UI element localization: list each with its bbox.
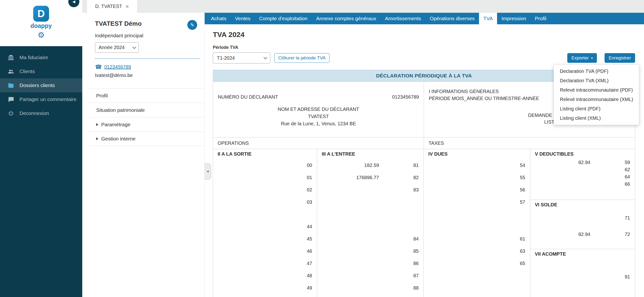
grid-code: 44 xyxy=(281,224,317,230)
nav-tab-profil[interactable]: Profil xyxy=(530,13,551,24)
grid-code: 02 xyxy=(281,187,317,193)
nav-tab-annexe-comptes-generaux[interactable]: Annexe comptes généraux xyxy=(312,13,381,24)
grid-row: 63 xyxy=(424,245,530,257)
export-dropdown-menu: Declaration TVA (PDF) Declaration TVA (X… xyxy=(554,64,639,125)
close-period-button[interactable]: Clôturer la période TVA xyxy=(274,53,330,63)
grid-code: 85 xyxy=(388,248,424,254)
sidebar-item-deconnexion[interactable]: Deconnexion xyxy=(0,106,82,120)
column-entree-title: III A L'ENTREE xyxy=(317,149,424,157)
client-panel: TVATEST Démo ✎ Indépendant principal Ann… xyxy=(82,13,205,297)
sidebar-item-fiduciaire[interactable]: Ma fiduciaire xyxy=(0,50,82,64)
save-button[interactable]: Enregistrer xyxy=(604,53,635,63)
grid-row: 62 xyxy=(530,166,635,173)
grid-code: 00 xyxy=(281,162,317,168)
power-icon xyxy=(8,110,14,117)
grid-value: 182.59 xyxy=(317,162,388,168)
column-dues: IV DUES 54 55 56 57 61 63 xyxy=(424,149,530,297)
grid-code: 81 xyxy=(388,162,424,168)
export-item-declaration-xml[interactable]: Declaration TVA (XML) xyxy=(554,76,639,85)
export-item-releve-pdf[interactable]: Relevé intracommunautaire (PDF) xyxy=(554,85,639,95)
grid-code: 47 xyxy=(281,261,317,266)
operations-header: OPERATIONS xyxy=(213,138,424,149)
edit-client-button[interactable]: ✎ xyxy=(187,20,197,30)
gear-icon[interactable]: ⚙ xyxy=(38,31,45,39)
grid-code: 46 xyxy=(281,248,317,254)
grid-row: 176896.7782 xyxy=(317,172,424,184)
grid-code: 03 xyxy=(281,199,317,205)
page-title: TVA 2024 xyxy=(213,30,644,39)
grid-row xyxy=(317,208,424,220)
menu-item-profil[interactable]: Profil xyxy=(89,88,204,103)
nav-tab-compte-exploitation[interactable]: Compte d'exploitation xyxy=(255,13,312,24)
grid-code: 62 xyxy=(599,167,635,172)
grid-row: 45 xyxy=(213,233,317,245)
grid-code: 86 xyxy=(388,261,424,266)
declarant-number-value: 0123456789 xyxy=(392,94,419,100)
grid-row: 44 xyxy=(213,220,317,233)
sidebar-collapse-button[interactable]: ◀ xyxy=(68,0,79,7)
year-select-value: Année 2024 xyxy=(98,45,124,50)
nav-tab-achats[interactable]: Achats xyxy=(206,13,230,24)
export-item-declaration-pdf[interactable]: Declaration TVA (PDF) xyxy=(554,66,639,76)
controls-row: T1-2024 Clôturer la période TVA Exporter… xyxy=(213,52,635,64)
grid-row: 84 xyxy=(317,233,424,245)
declarant-address-label: NOM ET ADRESSE DU DÉCLARANT xyxy=(213,106,424,113)
solde-title: VI SOLDE xyxy=(530,200,635,208)
grid-row: 83 xyxy=(317,184,424,196)
year-select[interactable]: Année 2024 xyxy=(95,42,139,53)
client-menu: Profil Situation patrimoniale Paramétrag… xyxy=(89,88,204,146)
acompte-title: VII ACOMPTE xyxy=(530,249,635,257)
chevron-down-icon xyxy=(132,45,136,49)
grid-code: 59 xyxy=(599,160,635,165)
sidebar-item-partager-commentaire[interactable]: Partager un commentaire xyxy=(0,92,82,106)
grid-value: 176896.77 xyxy=(317,175,388,180)
client-phone-row: ☎ 0123456789 xyxy=(95,64,204,70)
grid-code: 82 xyxy=(388,175,424,180)
grid-row: 88 xyxy=(317,282,424,294)
sidebar-item-dossiers-clients[interactable]: Dossiers clients xyxy=(0,78,82,92)
grid-row: 54 xyxy=(424,159,530,172)
grid-row: 46 xyxy=(213,245,317,257)
export-item-releve-xml[interactable]: Relevé intracommunautaire (XML) xyxy=(554,95,639,104)
period-select[interactable]: T1-2024 xyxy=(213,52,270,64)
collapse-left-icon: ◀ xyxy=(72,0,75,4)
close-icon[interactable]: × xyxy=(126,4,129,10)
nav-tab-ventes[interactable]: Ventes xyxy=(230,13,255,24)
menu-item-situation-patrimoniale[interactable]: Situation patrimoniale xyxy=(89,103,204,117)
phone-link[interactable]: 0123456789 xyxy=(104,64,131,70)
grid-code: 83 xyxy=(388,187,424,193)
client-header: TVATEST Démo ✎ xyxy=(82,13,204,30)
nav-tab-operations-diverses[interactable]: Opérations diverses xyxy=(426,13,479,24)
dotted-divider xyxy=(95,58,200,59)
grid-code: 88 xyxy=(388,285,424,291)
nav-tab-tva[interactable]: TVA xyxy=(479,13,497,24)
pencil-icon: ✎ xyxy=(190,22,194,28)
tab-tvatest[interactable]: D. TVATEST × xyxy=(87,0,137,13)
expand-arrow-icon xyxy=(96,137,98,140)
grid-row: 66 xyxy=(530,180,635,188)
export-button[interactable]: Exporter ▾ xyxy=(567,53,597,63)
sidebar-item-clients[interactable]: Clients xyxy=(0,64,82,78)
grid-code: 01 xyxy=(281,175,317,180)
main-content: TVA 2024 Période TVA T1-2024 Clôturer la… xyxy=(205,24,644,297)
grid-code: 56 xyxy=(494,187,530,193)
grid-code: 65 xyxy=(494,261,530,266)
expand-arrow-icon xyxy=(96,123,98,126)
nav-tab-impression[interactable]: Impression xyxy=(497,13,530,24)
grid-row: 182.5981 xyxy=(317,159,424,172)
export-item-listing-xml[interactable]: Listing client (XML) xyxy=(554,114,639,123)
export-item-listing-pdf[interactable]: Listing client (PDF) xyxy=(554,104,639,114)
grid-row: 00 xyxy=(213,159,317,172)
grid-code: 57 xyxy=(494,199,530,205)
menu-item-parametrage[interactable]: Paramétrage xyxy=(89,117,204,132)
declarant-cell: NUMÉRO DU DÉCLARANT 0123456789 NOM ET AD… xyxy=(213,82,424,137)
column-dues-title: IV DUES xyxy=(424,149,530,157)
menu-item-gestion-interne[interactable]: Gestion interne xyxy=(89,132,204,146)
grid-code: 91 xyxy=(599,274,635,280)
grid-row xyxy=(317,196,424,208)
deductibles-title: V DEDUCTIBLES xyxy=(530,149,635,157)
chevron-down-icon xyxy=(264,56,268,60)
panel-collapse-handle[interactable]: ◂ xyxy=(205,163,211,180)
nav-tab-amortissements[interactable]: Amortissements xyxy=(381,13,426,24)
main-area: ◂ Achats Ventes Compte d'exploitation An… xyxy=(205,13,644,297)
